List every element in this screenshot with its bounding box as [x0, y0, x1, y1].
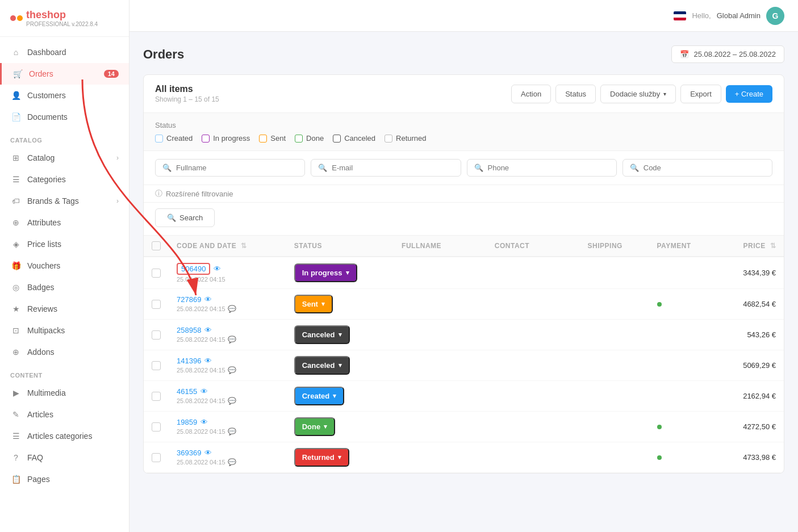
dodacie-button[interactable]: Dodacie služby ▾	[600, 85, 676, 103]
status-chip-inprogress[interactable]: In progress	[202, 134, 250, 143]
row-checkbox[interactable]	[152, 392, 161, 401]
view-icon[interactable]: 👁	[204, 295, 212, 304]
view-icon[interactable]: 👁	[204, 357, 212, 365]
td-price: 4682,54 €	[717, 289, 784, 320]
order-code[interactable]: 19859	[177, 418, 197, 426]
sidebar-item-brands[interactable]: 🏷 Brands & Tags ›	[0, 190, 129, 212]
view-icon[interactable]: 👁	[204, 449, 212, 457]
row-checkbox[interactable]	[152, 361, 161, 370]
topbar: Hello, Global Admin G	[129, 0, 798, 32]
sidebar-item-dashboard-label: Dashboard	[27, 48, 119, 57]
sidebar-item-badges[interactable]: ◎ Badges	[0, 277, 129, 298]
td-fullname	[394, 442, 487, 473]
sidebar-item-articles[interactable]: ✎ Articles	[0, 404, 129, 425]
sidebar-item-pages[interactable]: 📋 Pages	[0, 468, 129, 490]
msg-icon[interactable]: 💬	[228, 458, 236, 466]
sidebar-item-documents[interactable]: 📄 Documents	[0, 106, 129, 128]
status-button[interactable]: Status	[555, 85, 596, 103]
msg-icon[interactable]: 💬	[228, 428, 236, 435]
export-button[interactable]: Export	[680, 85, 721, 103]
orders-table: CODE AND DATE ⇅ STATUS FULLNAME	[144, 236, 784, 473]
topbar-avatar[interactable]: G	[766, 7, 784, 25]
th-code-date-label: CODE AND DATE	[177, 242, 236, 250]
th-price[interactable]: PRICE ⇅	[717, 236, 784, 257]
td-payment	[649, 381, 717, 412]
action-button[interactable]: Action	[511, 85, 551, 103]
th-code-date[interactable]: CODE AND DATE ⇅	[169, 236, 286, 257]
calendar-icon: 📅	[680, 50, 689, 58]
status-chip-returned[interactable]: Returned	[385, 134, 426, 143]
page-header: Orders 📅 25.08.2022 – 25.08.2022	[143, 45, 784, 63]
sidebar-item-orders[interactable]: 🛒 Orders 14	[0, 63, 129, 85]
email-input[interactable]	[332, 164, 453, 172]
msg-icon[interactable]: 💬	[228, 336, 236, 344]
catalog-icon: ⊞	[10, 152, 22, 164]
sidebar-item-pricelists[interactable]: ◈ Price lists	[0, 233, 129, 255]
orders-badge: 14	[104, 70, 119, 78]
sidebar-item-articles-label: Articles	[27, 410, 119, 419]
sidebar: theshop PROFESSIONAL v.2022.8.4 ⌂ Dashbo…	[0, 0, 129, 532]
sidebar-item-customers-label: Customers	[27, 91, 119, 100]
create-button[interactable]: + Create	[726, 85, 772, 103]
sidebar-item-reviews[interactable]: ★ Reviews	[0, 298, 129, 320]
status-chips: Created In progress Sent Done	[155, 134, 772, 143]
td-price: 4272,50 €	[717, 412, 784, 442]
th-status: STATUS	[286, 236, 394, 257]
language-flag[interactable]	[674, 11, 686, 20]
sidebar-item-articles-categories[interactable]: ☰ Articles categories	[0, 425, 129, 447]
sidebar-item-customers[interactable]: 👤 Customers	[0, 85, 129, 106]
row-checkbox[interactable]	[152, 422, 161, 432]
list-icon: ☰	[10, 174, 22, 185]
sidebar-item-addons[interactable]: ⊕ Addons	[0, 341, 129, 363]
sidebar-item-attributes[interactable]: ⊕ Attributes	[0, 212, 129, 233]
msg-icon[interactable]: 💬	[228, 397, 236, 405]
phone-input[interactable]	[488, 164, 609, 172]
status-badge[interactable]: Created ▾	[294, 387, 344, 405]
status-chip-created[interactable]: Created	[155, 134, 193, 143]
code-input[interactable]	[644, 164, 765, 172]
fullname-input[interactable]	[176, 164, 298, 172]
msg-icon[interactable]: 💬	[228, 305, 236, 313]
select-all-checkbox[interactable]	[152, 241, 161, 250]
sidebar-item-categories[interactable]: ☰ Categories	[0, 169, 129, 190]
date-range[interactable]: 📅 25.08.2022 – 25.08.2022	[671, 45, 784, 63]
msg-icon[interactable]: 💬	[228, 366, 236, 374]
status-badge[interactable]: Canceled ▾	[294, 325, 350, 344]
view-icon[interactable]: 👁	[200, 387, 208, 396]
status-badge[interactable]: Canceled ▾	[294, 356, 350, 375]
order-code[interactable]: 369369	[177, 449, 201, 457]
status-badge[interactable]: Returned ▾	[294, 448, 349, 467]
sidebar-item-badges-label: Badges	[27, 283, 119, 292]
status-badge[interactable]: Done ▾	[294, 417, 336, 436]
status-chip-sent[interactable]: Sent	[259, 134, 286, 143]
view-icon[interactable]: 👁	[200, 418, 208, 426]
row-checkbox[interactable]	[152, 300, 161, 309]
td-fullname	[394, 289, 487, 320]
td-status: Sent ▾	[286, 289, 394, 320]
order-code[interactable]: 46155	[177, 387, 197, 396]
row-checkbox[interactable]	[152, 330, 161, 340]
order-code[interactable]: 727869	[177, 295, 201, 304]
order-code[interactable]: 258958	[177, 326, 201, 334]
sidebar-item-dashboard[interactable]: ⌂ Dashboard	[0, 41, 129, 63]
td-payment	[649, 320, 717, 350]
sidebar-item-multimedia[interactable]: ▶ Multimedia	[0, 382, 129, 404]
order-code[interactable]: 141396	[177, 357, 201, 365]
sidebar-logo: theshop PROFESSIONAL v.2022.8.4	[0, 0, 129, 37]
highlighted-code[interactable]: 506490	[177, 263, 210, 275]
status-badge[interactable]: Sent ▾	[294, 295, 333, 313]
sidebar-item-vouchers[interactable]: 🎁 Vouchers	[0, 255, 129, 277]
status-badge[interactable]: In progress ▾	[294, 263, 357, 282]
view-icon[interactable]: 👁	[214, 265, 221, 273]
search-button[interactable]: 🔍 Search	[155, 208, 215, 227]
row-checkbox[interactable]	[152, 453, 161, 462]
advanced-filter[interactable]: ⓘ Rozšírené filtrovanie	[144, 185, 784, 203]
sidebar-item-multipacks[interactable]: ⊡ Multipacks	[0, 320, 129, 341]
status-chip-done[interactable]: Done	[295, 134, 324, 143]
sidebar-item-catalog[interactable]: ⊞ Catalog ›	[0, 147, 129, 169]
row-checkbox[interactable]	[152, 269, 161, 278]
sidebar-item-faq[interactable]: ? FAQ	[0, 447, 129, 468]
view-icon[interactable]: 👁	[204, 326, 212, 334]
status-chip-canceled[interactable]: Canceled	[333, 134, 375, 143]
logo-circle-orange	[17, 15, 23, 21]
